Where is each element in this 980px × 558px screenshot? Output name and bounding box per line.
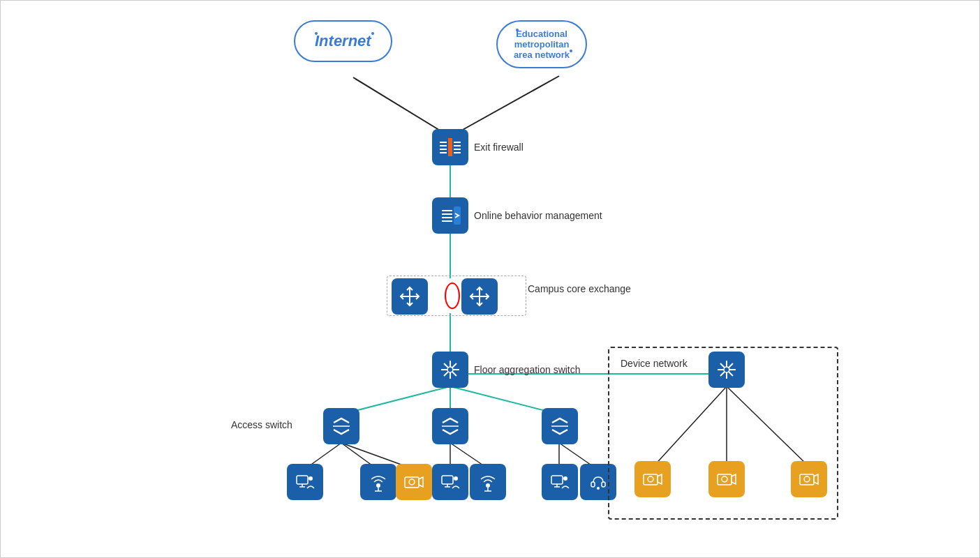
svg-point-57 <box>309 476 313 481</box>
svg-rect-90 <box>641 467 665 491</box>
svg-line-1 <box>450 76 559 137</box>
obm-label: Online behavior management <box>474 210 602 221</box>
wifi-tower1-icon <box>360 464 396 500</box>
device-agg-switch-node <box>708 352 745 388</box>
camera1 <box>396 464 432 500</box>
camera1-icon <box>396 464 432 500</box>
svg-rect-98 <box>797 467 821 491</box>
campus-core-label: Campus core exchange <box>528 283 631 294</box>
floor-agg-node: Floor aggregation switch <box>432 352 468 388</box>
access-switch2-icon <box>432 408 468 444</box>
diagram-container: Internet Educational metropolitan area n… <box>0 0 980 558</box>
exit-firewall-icon <box>432 129 468 165</box>
svg-point-59 <box>376 483 380 488</box>
campus-core-switch2-icon <box>461 278 498 315</box>
svg-rect-62 <box>402 470 426 494</box>
svg-point-89 <box>724 367 729 372</box>
device-camera3-icon <box>791 461 827 497</box>
wifi-tower2 <box>470 464 506 500</box>
access-switch1-icon <box>323 408 359 444</box>
svg-point-46 <box>447 367 453 372</box>
obm-icon <box>432 197 468 234</box>
svg-line-0 <box>353 77 450 137</box>
floor-agg-label: Floor aggregation switch <box>474 364 581 375</box>
svg-rect-20 <box>448 138 452 156</box>
wifi-tower1 <box>360 464 396 500</box>
access-switch1-node <box>323 408 359 444</box>
workstation3-icon <box>542 464 578 500</box>
campus-core-switch1-icon <box>392 278 428 315</box>
svg-point-83 <box>597 487 600 490</box>
device-network-label: Device network <box>621 358 688 369</box>
campus-core-switch1-node <box>392 278 428 315</box>
obm-node: Online behavior management <box>432 197 468 234</box>
device-camera1 <box>634 461 671 497</box>
device-camera2 <box>708 461 745 497</box>
exit-firewall-node: Exit firewall <box>432 129 468 165</box>
access-switch3-icon <box>542 408 578 444</box>
edu-man-label: Educational metropolitan area network <box>496 20 587 68</box>
device-camera1-icon <box>634 461 671 497</box>
exit-firewall-label: Exit firewall <box>474 142 524 153</box>
ha-link-oval <box>445 282 460 309</box>
access-switch3-node <box>542 408 578 444</box>
internet-cloud: Internet <box>294 20 392 62</box>
svg-rect-80 <box>586 470 610 494</box>
terminal-workstation1 <box>287 464 323 500</box>
svg-point-72 <box>486 483 490 488</box>
internet-label: Internet <box>294 20 392 62</box>
access-switch-label: Access switch <box>231 419 292 430</box>
wifi-tower2-icon <box>470 464 506 500</box>
workstation1-icon <box>287 464 323 500</box>
svg-point-70 <box>454 476 458 481</box>
edu-man-cloud: Educational metropolitan area network <box>496 20 587 68</box>
device-camera2-icon <box>708 461 745 497</box>
terminal-workstation3 <box>542 464 578 500</box>
floor-agg-icon <box>432 352 468 388</box>
terminal-workstation2 <box>432 464 468 500</box>
workstation2-icon <box>432 464 468 500</box>
device-camera3 <box>791 461 827 497</box>
access-switch2-node <box>432 408 468 444</box>
device-agg-switch-icon <box>708 352 745 388</box>
campus-core-switch2-node <box>461 278 498 315</box>
svg-point-79 <box>563 476 567 481</box>
svg-rect-94 <box>715 467 738 491</box>
